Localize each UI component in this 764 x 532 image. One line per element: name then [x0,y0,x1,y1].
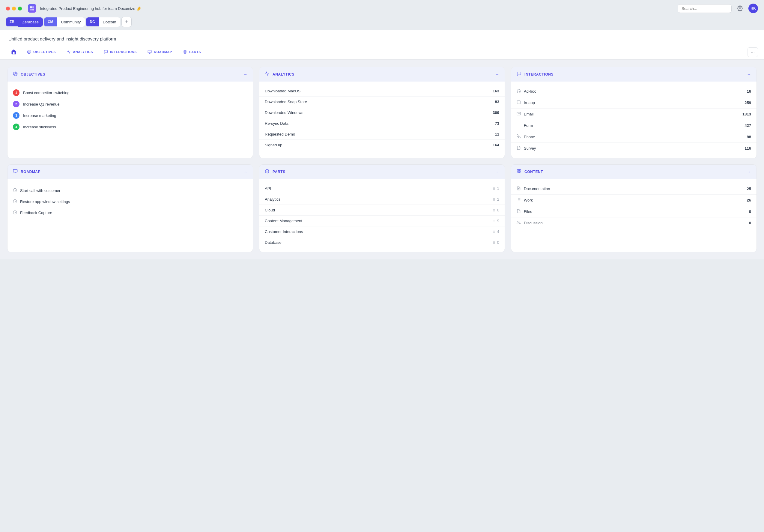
parts-count-2: 2 [497,197,499,202]
roadmap-text-2: Restore app window settings [20,199,70,204]
analytics-count-4: 73 [495,121,499,126]
parts-right-4: 9 [492,219,499,223]
content-count-1: 25 [747,187,751,191]
nav-objectives[interactable]: OBJECTIVES [22,45,61,59]
parts-item-3: Cloud 0 [259,205,505,216]
content-count-4: 0 [749,221,751,225]
objective-text-2: Increase Q1 revenue [23,102,59,106]
svg-rect-66 [519,169,521,171]
titlebar: Integrated Product Engineering hub for t… [0,0,764,17]
interaction-label-4: Form [524,123,533,128]
traffic-lights [6,7,22,11]
cards-grid: OBJECTIVES → 1 Boost competitor switchin… [0,60,764,260]
roadmap-clock-icon-2 [13,199,17,204]
settings-button[interactable] [735,4,745,13]
interaction-label-3: Email [524,112,534,116]
tab-community[interactable]: CM Community [44,17,85,27]
content-label-4: Discussion [524,221,543,225]
svg-point-12 [13,72,17,76]
objective-text-4: Increase stickiness [23,125,56,129]
tab-label-dotcom: Dotcom [98,17,120,27]
parts-right-3: 0 [492,208,499,212]
objective-text-3: Increase marketing [23,113,56,118]
interactions-arrow[interactable]: → [747,72,751,77]
survey-icon [517,146,521,151]
svg-point-6 [28,51,30,53]
maximize-button[interactable] [18,7,22,11]
roadmap-list: Start call with customer Restore app win… [8,183,253,220]
objective-num-2: 2 [13,101,20,107]
tab-label-community: Community [57,17,85,27]
analytics-arrow[interactable]: → [495,72,499,77]
phone-icon [517,134,521,139]
interaction-item-5: Phone 88 [511,131,756,143]
roadmap-item-1: Start call with customer [13,185,247,196]
interactions-body: Ad-hoc 16 In-app 259 [511,82,756,158]
work-icon [517,198,521,203]
parts-item-6: Database 0 [259,237,505,248]
parts-right-2: 2 [492,197,499,202]
content-label-1: Documentation [524,187,550,191]
app-icon [28,4,36,13]
interaction-count-5: 88 [747,135,751,139]
interaction-count-2: 259 [744,100,751,105]
objectives-body: 1 Boost competitor switching 2 Increase … [8,82,253,138]
roadmap-item-3: Feedback Capture [13,207,247,218]
content-icon [517,169,521,175]
roadmap-title: ROADMAP [21,170,41,174]
roadmap-clock-icon-1 [13,188,17,193]
parts-item-1: API 1 [259,183,505,194]
interaction-item-2: In-app 259 [511,97,756,108]
inapp-icon [517,100,521,105]
analytics-item-3: Downloaded Windows 309 [259,107,505,118]
interaction-label-1: Ad-hoc [524,89,536,93]
nav-interactions[interactable]: INTERACTIONS [98,45,142,59]
parts-arrow[interactable]: → [495,169,499,174]
objectives-card: OBJECTIVES → 1 Boost competitor switchin… [7,67,253,158]
nav-analytics[interactable]: ANALYTICS [61,45,98,59]
parts-label-6: Database [265,240,282,245]
analytics-item-1: Downloaded MacOS 163 [259,86,505,96]
parts-card: PARTS → API 1 An [259,164,505,252]
search-input[interactable] [677,4,732,13]
tab-badge-zb: ZB [6,17,18,26]
add-tab-button[interactable]: + [121,17,132,27]
nav-roadmap[interactable]: ROADMAP [142,45,177,59]
analytics-count-5: 11 [495,132,499,136]
tab-dotcom[interactable]: DC Dotcom [86,17,120,27]
content-item-4: Discussion 0 [511,217,756,229]
interaction-count-6: 116 [744,146,751,150]
parts-list: API 1 Analytics [259,183,505,248]
svg-point-4 [739,8,741,9]
parts-body: API 1 Analytics [259,179,505,252]
parts-count-6: 0 [497,240,499,245]
content-arrow[interactable]: → [747,169,751,174]
tab-zerabase[interactable]: ZB Zerabase [6,17,43,27]
roadmap-card: ROADMAP → Start call with customer [7,164,253,252]
nav-parts[interactable]: PARTS [177,45,206,59]
close-button[interactable] [6,7,10,11]
parts-label-3: Cloud [265,208,275,212]
interactions-card: INTERACTIONS → Ad-hoc 16 [511,67,757,158]
interaction-count-3: 1313 [742,112,751,116]
svg-marker-28 [265,169,269,171]
interaction-item-4: Form 427 [511,120,756,131]
interaction-label-6: Survey [524,146,536,150]
objectives-arrow[interactable]: → [243,72,247,77]
app-title: Integrated Product Engineering hub for t… [40,6,674,11]
nav-parts-label: PARTS [189,50,201,54]
minimize-button[interactable] [12,7,16,11]
content-label-2: Work [524,198,533,202]
parts-right-1: 1 [492,186,499,191]
objective-item-2: 2 Increase Q1 revenue [13,98,247,110]
avatar[interactable]: HK [748,4,758,13]
nav-objectives-label: OBJECTIVES [33,50,56,54]
nav-more-button[interactable]: ··· [747,47,758,57]
parts-label-1: API [265,186,271,191]
documentation-icon [517,186,521,191]
nav-home-button[interactable] [6,45,22,59]
tab-badge-cm: CM [44,17,57,26]
content-count-3: 0 [749,209,751,214]
roadmap-arrow[interactable]: → [243,169,247,174]
interaction-item-1: Ad-hoc 16 [511,86,756,97]
